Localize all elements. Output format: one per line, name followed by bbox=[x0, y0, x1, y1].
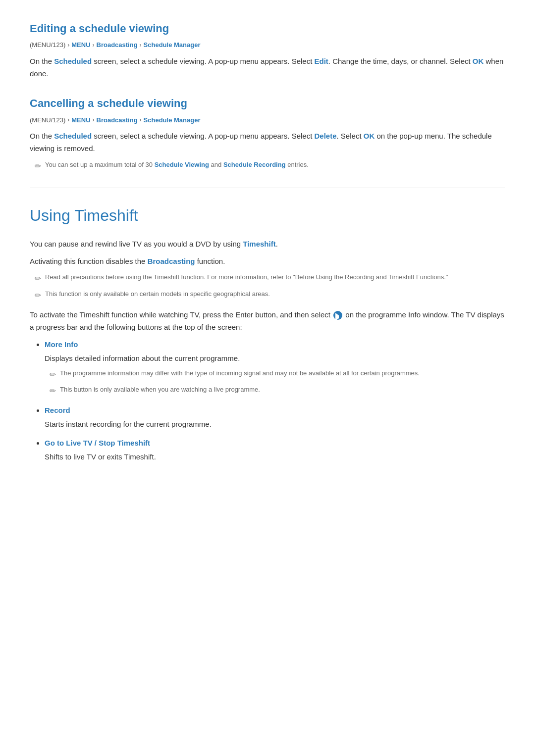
cancelling-menu: MENU bbox=[71, 115, 90, 126]
timeshift-note2-text: This function is only available on certa… bbox=[45, 289, 270, 299]
editing-edit: Edit bbox=[315, 57, 328, 65]
timeshift-intro2-start: Activating this function disables the bbox=[30, 257, 148, 265]
schedule-viewing-link: Schedule Viewing bbox=[155, 161, 209, 168]
activation-start: To activate the Timeshift function while… bbox=[30, 310, 332, 319]
breadcrumb-arrow-2: › bbox=[93, 41, 95, 50]
more-info-note1: ✏ The programme information may differ w… bbox=[50, 368, 505, 381]
cancelling-body-mid1: screen, select a schedule viewing. A pop… bbox=[92, 132, 314, 140]
timeshift-note1: ✏ Read all precautions before using the … bbox=[35, 272, 505, 285]
list-item-more-info: More Info Displays detailed information … bbox=[45, 339, 505, 398]
cancelling-note: ✏ You can set up a maximum total of 30 S… bbox=[35, 160, 505, 173]
timeshift-intro1-start: You can pause and rewind live TV as you … bbox=[30, 240, 243, 248]
timeshift-title: Using Timeshift bbox=[30, 203, 505, 228]
breadcrumb-arrow-1: › bbox=[67, 41, 69, 50]
record-desc: Starts instant recording for the current… bbox=[45, 418, 505, 430]
breadcrumb-menu: MENU bbox=[71, 40, 90, 50]
cancelling-scheduled: Scheduled bbox=[54, 132, 92, 140]
pencil-icon-4: ✏ bbox=[50, 369, 56, 381]
pencil-icon-2: ✏ bbox=[35, 273, 41, 285]
cancelling-body-start: On the bbox=[30, 132, 54, 140]
pencil-icon-3: ✏ bbox=[35, 290, 41, 302]
cancelling-note-text: You can set up a maximum total of 30 Sch… bbox=[45, 160, 309, 170]
cancelling-arrow-3: › bbox=[140, 115, 142, 125]
editing-body-mid2: . Change the time, days, or channel. Sel… bbox=[328, 57, 473, 65]
timeshift-broadcasting-link: Broadcasting bbox=[148, 257, 195, 265]
timeshift-note1-text: Read all precautions before using the Ti… bbox=[45, 272, 448, 282]
cancelling-title: Cancelling a schedule viewing bbox=[30, 95, 505, 112]
go-live-tv-desc: Shifts to live TV or exits Timeshift. bbox=[45, 451, 505, 463]
editing-body: On the Scheduled screen, select a schedu… bbox=[30, 55, 505, 80]
cancelling-body-mid2: . Select bbox=[337, 132, 364, 140]
pencil-icon-5: ✏ bbox=[50, 385, 56, 398]
cancelling-schedule-manager: Schedule Manager bbox=[144, 115, 201, 126]
editing-ok: OK bbox=[473, 57, 484, 65]
editing-section: Editing a schedule viewing (MENU/123) › … bbox=[30, 20, 505, 80]
cancelling-arrow-2: › bbox=[93, 115, 95, 125]
breadcrumb-broadcasting-1: Broadcasting bbox=[97, 40, 138, 50]
timeshift-activation: To activate the Timeshift function while… bbox=[30, 309, 505, 334]
cancelling-broadcasting: Broadcasting bbox=[97, 115, 138, 126]
list-item-go-live-tv: Go to Live TV / Stop Timeshift Shifts to… bbox=[45, 437, 505, 463]
timeshift-section: Using Timeshift You can pause and rewind… bbox=[30, 203, 505, 463]
timeshift-bullets: More Info Displays detailed information … bbox=[30, 339, 505, 463]
editing-body-mid1: screen, select a schedule viewing. A pop… bbox=[92, 57, 314, 65]
timeshift-button-icon bbox=[333, 311, 342, 320]
go-live-tv-title: Go to Live TV / Stop Timeshift bbox=[45, 439, 150, 447]
cancelling-section: Cancelling a schedule viewing (MENU/123)… bbox=[30, 95, 505, 172]
more-info-title: More Info bbox=[45, 340, 78, 349]
editing-scheduled: Scheduled bbox=[54, 57, 92, 65]
breadcrumb-arrow-3: › bbox=[140, 41, 142, 50]
timeshift-note2: ✏ This function is only available on cer… bbox=[35, 289, 505, 302]
timeshift-intro2-end: function. bbox=[195, 257, 225, 265]
cancelling-ok: OK bbox=[364, 132, 375, 140]
breadcrumb-schedule-manager-1: Schedule Manager bbox=[144, 40, 201, 50]
cancelling-delete: Delete bbox=[315, 132, 337, 140]
breadcrumb-prefix: (MENU/123) bbox=[30, 40, 65, 50]
cancelling-breadcrumb-prefix: (MENU/123) bbox=[30, 115, 65, 126]
list-item-record: Record Starts instant recording for the … bbox=[45, 404, 505, 430]
cancelling-arrow-1: › bbox=[67, 115, 69, 125]
editing-breadcrumb: (MENU/123) › MENU › Broadcasting › Sched… bbox=[30, 40, 505, 50]
more-info-desc: Displays detailed information about the … bbox=[45, 353, 505, 364]
schedule-recording-link: Schedule Recording bbox=[223, 161, 286, 168]
timeshift-intro1-end: . bbox=[276, 240, 278, 248]
editing-title: Editing a schedule viewing bbox=[30, 20, 505, 37]
more-info-note1-text: The programme information may differ wit… bbox=[60, 368, 420, 378]
more-info-note2: ✏ This button is only available when you… bbox=[50, 385, 505, 398]
editing-body-start: On the bbox=[30, 57, 54, 65]
timeshift-link: Timeshift bbox=[243, 240, 275, 248]
timeshift-intro2: Activating this function disables the Br… bbox=[30, 255, 505, 268]
pencil-icon-1: ✏ bbox=[35, 160, 41, 173]
timeshift-intro1: You can pause and rewind live TV as you … bbox=[30, 238, 505, 251]
cancelling-breadcrumb: (MENU/123) › MENU › Broadcasting › Sched… bbox=[30, 115, 505, 126]
cancelling-body: On the Scheduled screen, select a schedu… bbox=[30, 130, 505, 155]
more-info-note2-text: This button is only available when you a… bbox=[60, 385, 260, 395]
record-title: Record bbox=[45, 406, 70, 414]
section-divider bbox=[30, 188, 505, 188]
